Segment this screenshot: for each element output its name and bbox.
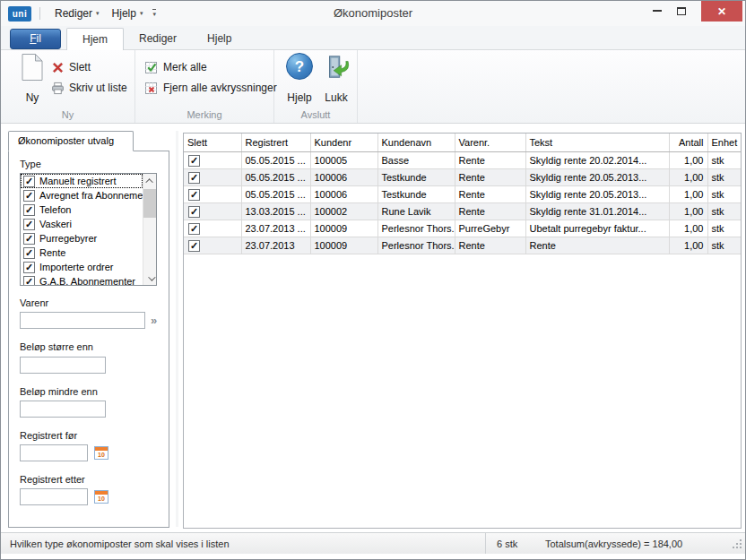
filter-panel: Økonomiposter utvalg Type ✓Manuelt regis…: [8, 131, 169, 529]
tab-hjem[interactable]: Hjem: [66, 28, 124, 50]
option-checkbox[interactable]: ✓: [23, 204, 35, 216]
toolbar-separator: [39, 7, 40, 20]
cell: 100002: [310, 202, 377, 220]
file-tab[interactable]: Fil: [10, 29, 61, 49]
table-row[interactable]: ✓05.05.2015 ...100006TestkundeRenteSkyld…: [184, 185, 742, 202]
calendar-icon[interactable]: 10: [94, 446, 108, 460]
chevron-down-icon: ▾: [140, 10, 143, 17]
type-option[interactable]: ✓Telefon: [21, 202, 143, 217]
cell: 23.07.2013 ...: [241, 220, 310, 237]
table-row[interactable]: ✓05.05.2015 ...100006TestkundeRenteSkyld…: [184, 168, 742, 185]
belop-mindre-input[interactable]: [20, 401, 106, 418]
delete-button[interactable]: Slett: [51, 58, 91, 76]
print-list-button[interactable]: Skriv ut liste: [51, 79, 127, 97]
type-option[interactable]: ✓Importerte ordrer: [21, 260, 143, 274]
close-button[interactable]: ✕: [701, 1, 742, 22]
registrert-for-input[interactable]: [20, 444, 88, 461]
column-header-kundenr[interactable]: Kundenr: [310, 134, 377, 151]
column-header-enhet[interactable]: Enhet: [707, 134, 742, 151]
option-checkbox[interactable]: ✓: [23, 219, 35, 230]
cell: stk: [707, 237, 742, 254]
uncheck-all-button-label: Fjern alle avkryssninger: [163, 82, 277, 94]
check-all-button[interactable]: Merk alle: [144, 58, 207, 76]
menu-hjelp[interactable]: Hjelp ▾: [106, 4, 150, 23]
registrert-etter-label: Registrert etter: [20, 474, 169, 485]
listbox-scrollbar[interactable]: [143, 174, 156, 285]
cell: Skyldig rente 20.05.2013...: [525, 168, 669, 185]
varenr-input[interactable]: [20, 312, 145, 329]
window-controls: ✕: [645, 1, 742, 22]
tab-hjelp[interactable]: Hjelp: [192, 28, 247, 50]
check-all-icon: [144, 60, 159, 74]
option-checkbox[interactable]: ✓: [23, 262, 35, 273]
cell: Rune Lavik: [377, 202, 455, 220]
menu-rediger-label: Rediger: [55, 7, 92, 20]
table-row[interactable]: ✓23.07.2013100009Perlesnor Thors...Rente…: [184, 237, 742, 254]
row-checkbox[interactable]: ✓: [188, 223, 200, 235]
registrert-etter-input[interactable]: [20, 488, 88, 505]
menu-rediger[interactable]: Rediger ▾: [48, 4, 106, 23]
column-header-slett[interactable]: Slett: [184, 134, 241, 151]
row-checkbox[interactable]: ✓: [188, 189, 200, 201]
status-bar: Hvilken type økonomiposter som skal vise…: [1, 532, 745, 554]
type-option[interactable]: ✓Manuelt registrert: [21, 174, 143, 188]
maximize-button[interactable]: [669, 1, 693, 21]
group-label-merking: Merking: [135, 109, 273, 120]
type-option[interactable]: ✓Purregebyrer: [21, 231, 143, 246]
cell: 1,00: [669, 202, 707, 220]
cell: Skyldig rente 20.05.2013...: [525, 185, 669, 202]
uncheck-all-button[interactable]: Fjern alle avkryssninger: [144, 79, 277, 97]
filter-panel-body: Type ✓Manuelt registrert✓Avregnet fra Ab…: [8, 151, 169, 528]
option-label: Vaskeri: [39, 219, 72, 229]
type-option[interactable]: ✓Avregnet fra Abonneme: [21, 188, 143, 202]
minimize-icon: [653, 10, 662, 12]
type-option[interactable]: ✓G.A.B. Abonnementer: [21, 274, 143, 286]
status-right-section: 6 stk Totalsum(avkryssede) = 184,00: [485, 533, 745, 554]
table-row[interactable]: ✓13.03.2015 ...100002Rune LavikRenteSkyl…: [184, 202, 742, 220]
panel-splitter[interactable]: [176, 131, 178, 527]
close-icon: ✕: [717, 5, 726, 18]
column-header-antall[interactable]: Antall: [669, 134, 707, 151]
slett-cell: ✓: [184, 220, 241, 237]
slett-cell: ✓: [184, 151, 241, 168]
qat-customize-icon[interactable]: ▾: [152, 9, 156, 18]
new-button[interactable]: Ny: [13, 53, 52, 105]
table-row[interactable]: ✓23.07.2013 ...100009Perlesnor Thors...P…: [184, 220, 742, 237]
row-checkbox[interactable]: ✓: [188, 172, 200, 184]
belop-storre-input[interactable]: [20, 357, 106, 374]
expand-chevrons-icon[interactable]: »: [151, 314, 157, 326]
close-window-button[interactable]: Lukk: [319, 53, 353, 105]
row-checkbox[interactable]: ✓: [188, 240, 200, 252]
option-label: Purregebyrer: [39, 233, 97, 244]
resize-grip[interactable]: [733, 539, 742, 548]
option-checkbox[interactable]: ✓: [23, 190, 35, 202]
scrollbar-thumb[interactable]: [143, 189, 157, 218]
option-checkbox[interactable]: ✓: [23, 233, 35, 245]
scroll-down-icon[interactable]: [143, 271, 157, 285]
column-header-tekst[interactable]: Tekst: [525, 134, 669, 151]
help-button[interactable]: ? Hjelp: [282, 53, 317, 105]
minimize-button[interactable]: [645, 1, 669, 21]
cell: Skyldig rente 31.01.2014...: [525, 202, 669, 220]
table-row[interactable]: ✓05.05.2015 ...100005BasseRenteSkyldig r…: [184, 151, 742, 168]
option-checkbox[interactable]: ✓: [23, 247, 35, 259]
type-option[interactable]: ✓Rente: [21, 246, 143, 260]
type-listbox[interactable]: ✓Manuelt registrert✓Avregnet fra Abonnem…: [20, 173, 157, 286]
type-option[interactable]: ✓Vaskeri: [21, 217, 143, 231]
row-checkbox[interactable]: ✓: [188, 155, 200, 167]
belop-mindre-label: Beløp mindre enn: [20, 386, 169, 397]
type-listbox-items: ✓Manuelt registrert✓Avregnet fra Abonnem…: [21, 174, 143, 286]
column-header-kundenavn[interactable]: Kundenavn: [377, 134, 455, 151]
slett-cell: ✓: [184, 237, 241, 254]
filter-panel-tab[interactable]: Økonomiposter utvalg: [8, 131, 134, 151]
option-checkbox[interactable]: ✓: [23, 176, 35, 187]
option-checkbox[interactable]: ✓: [23, 276, 35, 287]
column-header-registrert[interactable]: Registrert: [241, 134, 310, 151]
calendar-icon[interactable]: 10: [94, 490, 108, 504]
tab-rediger[interactable]: Rediger: [124, 28, 192, 50]
cell: stk: [707, 168, 742, 185]
column-header-varenr[interactable]: Varenr.: [455, 134, 525, 151]
scroll-up-icon[interactable]: [143, 174, 157, 187]
row-checkbox[interactable]: ✓: [188, 206, 200, 218]
slett-cell: ✓: [184, 185, 241, 202]
